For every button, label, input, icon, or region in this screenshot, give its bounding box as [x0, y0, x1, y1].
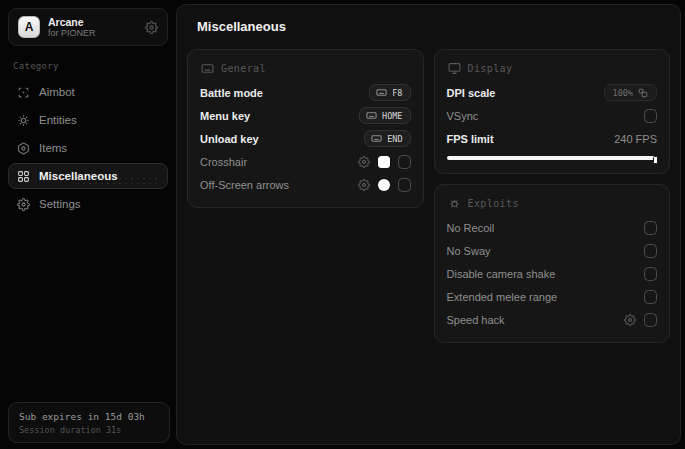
fps-limit-row: FPS limit 240 FPS	[447, 127, 658, 150]
general-card-title: General	[221, 63, 266, 74]
monitor-icon	[448, 62, 461, 75]
general-card: General Battle mode F8 Menu key HOME	[187, 49, 424, 208]
disable-camera-shake-row: Disable camera shake	[447, 262, 658, 285]
no-recoil-label: No Recoil	[447, 222, 495, 234]
crosshair-label: Crosshair	[200, 156, 247, 168]
scale-icon	[638, 88, 648, 98]
extended-melee-range-label: Extended melee range	[447, 291, 558, 303]
battle-mode-label: Battle mode	[200, 87, 263, 99]
sidebar-item-label: Items	[39, 142, 67, 154]
speed-hack-row: Speed hack	[447, 308, 658, 331]
display-card-title: Display	[468, 63, 513, 74]
speed-hack-label: Speed hack	[447, 314, 505, 326]
crosshair-controls	[358, 155, 411, 169]
gear-icon	[17, 198, 30, 211]
sidebar: A Arcane for PIONER Category Aimbot Enti…	[0, 0, 176, 449]
unload-key-label: Unload key	[200, 133, 259, 145]
app-name: Arcane	[48, 16, 137, 28]
crosshair-scan-icon	[17, 86, 30, 99]
sidebar-item-entities[interactable]: Entities	[8, 107, 168, 133]
battle-mode-key-label: F8	[392, 88, 402, 98]
battle-mode-keybind[interactable]: F8	[369, 84, 410, 101]
display-card: Display DPI scale 100% VSync FPS limit 2…	[434, 49, 671, 174]
sidebar-item-label: Aimbot	[39, 86, 75, 98]
offscreen-arrows-color-swatch[interactable]	[378, 179, 390, 191]
entities-icon	[17, 114, 30, 127]
app-meta: Arcane for PIONER	[48, 16, 137, 38]
unload-key-row: Unload key END	[200, 127, 411, 150]
right-column: Display DPI scale 100% VSync FPS limit 2…	[434, 49, 671, 343]
unload-key-keybind[interactable]: END	[364, 130, 410, 147]
offscreen-arrows-controls	[358, 178, 411, 192]
offscreen-arrows-label: Off-Screen arrows	[200, 179, 289, 191]
sidebar-nav: Aimbot Entities Items Miscellaneous S	[8, 79, 168, 217]
dpi-scale-row: DPI scale 100%	[447, 81, 658, 104]
main-panel: Miscellaneous General Battle mode F8	[176, 4, 681, 445]
subscription-info-card: Sub expires in 15d 03h Session duration …	[8, 402, 170, 443]
offscreen-arrows-row: Off-Screen arrows	[200, 173, 411, 196]
general-card-header: General	[201, 62, 411, 75]
battle-mode-row: Battle mode F8	[200, 81, 411, 104]
no-sway-row: No Sway	[447, 239, 658, 262]
menu-key-keybind[interactable]: HOME	[359, 107, 410, 124]
sub-expiry-text: Sub expires in 15d 03h	[19, 411, 159, 422]
content-columns: General Battle mode F8 Menu key HOME	[187, 49, 670, 343]
speed-hack-checkbox[interactable]	[644, 313, 657, 327]
display-card-header: Display	[448, 62, 658, 75]
sidebar-item-aimbot[interactable]: Aimbot	[8, 79, 168, 105]
disable-camera-shake-label: Disable camera shake	[447, 268, 556, 280]
speed-hack-settings-gear-icon[interactable]	[624, 314, 636, 326]
app-logo: A	[18, 16, 40, 38]
no-sway-label: No Sway	[447, 245, 491, 257]
sidebar-item-label: Miscellaneous	[39, 170, 118, 182]
sidebar-item-items[interactable]: Items	[8, 135, 168, 161]
keyboard-icon	[366, 110, 377, 121]
bug-icon	[448, 197, 461, 210]
crosshair-checkbox[interactable]	[398, 155, 411, 169]
fps-limit-value: 240 FPS	[614, 133, 657, 145]
dpi-scale-label: DPI scale	[447, 87, 496, 99]
sidebar-item-settings[interactable]: Settings	[8, 191, 168, 217]
keyboard-icon	[371, 133, 382, 144]
slider-knob[interactable]	[653, 156, 658, 164]
app-subtitle: for PIONER	[48, 28, 137, 38]
crosshair-color-swatch[interactable]	[378, 156, 390, 168]
dpi-scale-value: 100%	[613, 88, 633, 98]
sidebar-item-label: Entities	[39, 114, 77, 126]
settings-gear-icon[interactable]	[145, 21, 158, 34]
session-duration-text: Session duration 31s	[19, 425, 159, 435]
exploits-card-title: Exploits	[468, 198, 519, 209]
menu-key-label: Menu key	[200, 110, 250, 122]
left-column: General Battle mode F8 Menu key HOME	[187, 49, 424, 208]
disable-camera-shake-checkbox[interactable]	[644, 267, 657, 281]
speed-hack-controls	[624, 313, 657, 327]
box-icon	[17, 142, 30, 155]
grid-icon	[17, 170, 30, 183]
vsync-label: VSync	[447, 110, 479, 122]
sidebar-item-label: Settings	[39, 198, 81, 210]
page-title: Miscellaneous	[197, 19, 670, 34]
menu-key-key-label: HOME	[382, 111, 402, 121]
no-recoil-checkbox[interactable]	[644, 221, 657, 235]
offscreen-arrows-checkbox[interactable]	[398, 178, 411, 192]
app-header-card: A Arcane for PIONER	[8, 8, 168, 46]
fps-limit-slider[interactable]	[447, 154, 658, 162]
exploits-card-header: Exploits	[448, 197, 658, 210]
vsync-checkbox[interactable]	[644, 109, 657, 123]
dpi-scale-select[interactable]: 100%	[604, 84, 657, 101]
crosshair-row: Crosshair	[200, 150, 411, 173]
offscreen-arrows-settings-gear-icon[interactable]	[358, 179, 370, 191]
slider-fill	[447, 156, 658, 160]
keyboard-icon	[376, 87, 387, 98]
vsync-row: VSync	[447, 104, 658, 127]
fps-limit-label: FPS limit	[447, 133, 494, 145]
crosshair-settings-gear-icon[interactable]	[358, 156, 370, 168]
extended-melee-range-row: Extended melee range	[447, 285, 658, 308]
sidebar-item-miscellaneous[interactable]: Miscellaneous	[8, 163, 168, 189]
keyboard-icon	[201, 62, 214, 75]
unload-key-key-label: END	[387, 134, 402, 144]
no-sway-checkbox[interactable]	[644, 244, 657, 258]
menu-key-row: Menu key HOME	[200, 104, 411, 127]
category-label: Category	[13, 61, 168, 71]
extended-melee-range-checkbox[interactable]	[644, 290, 657, 304]
